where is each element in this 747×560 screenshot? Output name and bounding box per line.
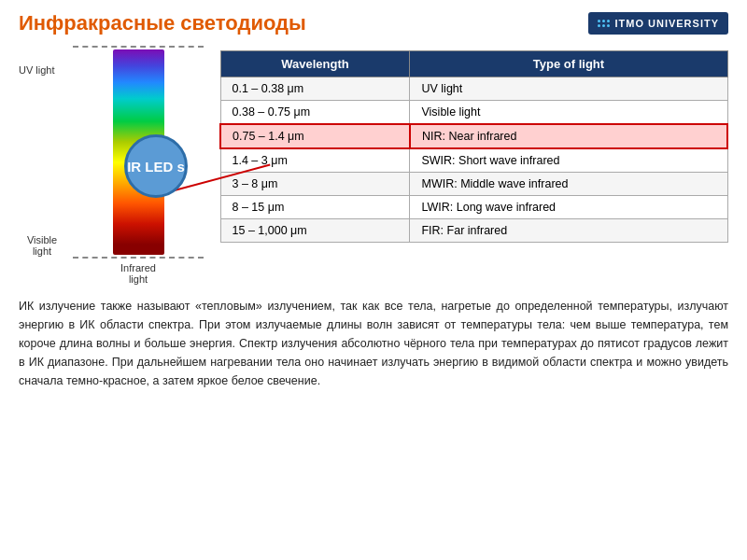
uv-dashed-line xyxy=(73,46,204,48)
main-content: UV light Visiblelight Infraredlight IR L… xyxy=(0,41,747,289)
table-row: 3 – 8 μmMWIR: Middle wave infrared xyxy=(220,173,727,196)
cell-type: MWIR: Middle wave infrared xyxy=(410,173,727,196)
cell-type: FIR: Far infrared xyxy=(410,219,727,243)
spectrum-bar-container: Infraredlight IR LED s xyxy=(73,46,204,285)
page-title: Инфракрасные светодиоды xyxy=(19,11,306,35)
cell-type: LWIR: Long wave infrared xyxy=(410,196,727,219)
spectrum-section: UV light Visiblelight Infraredlight IR L… xyxy=(19,46,205,285)
cell-wavelength: 0.75 – 1.4 μm xyxy=(220,124,410,148)
body-text: ИК излучение также называют «тепловым» и… xyxy=(0,289,747,395)
itmo-logo: ITMO UNIVERSITY xyxy=(588,12,728,35)
uv-label: UV light xyxy=(19,64,65,76)
infrared-label: Infraredlight xyxy=(120,262,156,285)
cell-wavelength: 3 – 8 μm xyxy=(220,173,410,196)
cell-type: NIR: Near infrared xyxy=(410,124,727,148)
wavelength-table: Wavelength Type of light 0.1 – 0.38 μmUV… xyxy=(219,50,728,243)
table-row: 0.38 – 0.75 μmVisible light xyxy=(220,101,727,125)
cell-wavelength: 0.38 – 0.75 μm xyxy=(220,101,410,125)
ir-led-label: IR LED s xyxy=(127,159,185,175)
visible-label: Visiblelight xyxy=(19,234,65,257)
page-header: Инфракрасные светодиоды ITMO UNIVERSITY xyxy=(0,0,747,41)
table-header-wavelength: Wavelength xyxy=(220,51,410,77)
cell-type: Visible light xyxy=(410,101,727,125)
table-section: Wavelength Type of light 0.1 – 0.38 μmUV… xyxy=(219,46,728,285)
table-row: 0.1 – 0.38 μmUV light xyxy=(220,77,727,101)
cell-type: SWIR: Short wave infrared xyxy=(410,148,727,173)
cell-wavelength: 15 – 1,000 μm xyxy=(220,219,410,243)
table-row: 1.4 – 3 μmSWIR: Short wave infrared xyxy=(220,148,727,173)
table-row: 8 – 15 μmLWIR: Long wave infrared xyxy=(220,196,727,219)
table-row: 15 – 1,000 μmFIR: Far infrared xyxy=(220,219,727,243)
table-row: 0.75 – 1.4 μmNIR: Near infrared xyxy=(220,124,727,148)
cell-wavelength: 8 – 15 μm xyxy=(220,196,410,219)
logo-dots-icon xyxy=(598,20,610,27)
spectrum-labels: UV light Visiblelight xyxy=(19,46,65,285)
logo-text: ITMO UNIVERSITY xyxy=(614,18,719,29)
table-header-type: Type of light xyxy=(410,51,727,77)
ir-dashed-line xyxy=(73,257,204,259)
ir-led-bubble: IR LED s xyxy=(124,134,188,198)
cell-wavelength: 0.1 – 0.38 μm xyxy=(220,77,410,101)
cell-type: UV light xyxy=(410,77,727,101)
body-paragraph: ИК излучение также называют «тепловым» и… xyxy=(19,297,728,390)
